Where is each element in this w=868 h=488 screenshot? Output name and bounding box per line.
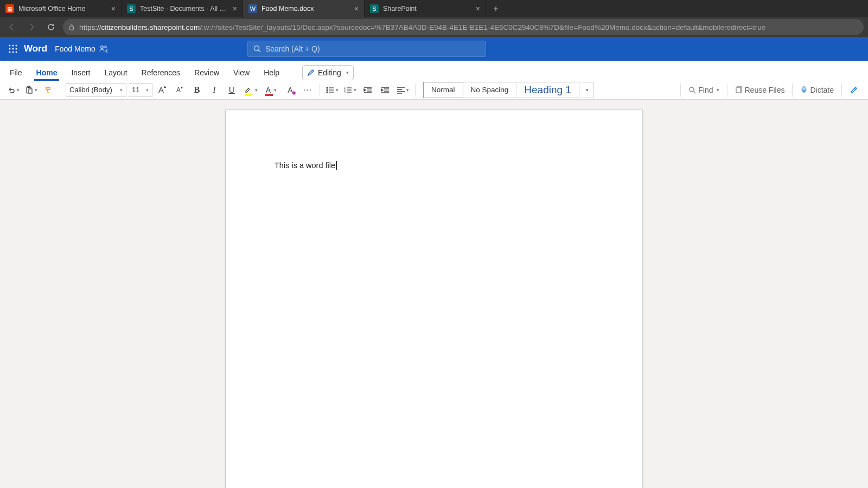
tab-help[interactable]: Help [261, 65, 282, 80]
tab-view[interactable]: View [231, 65, 252, 80]
tab-file[interactable]: File [8, 65, 24, 80]
more-font-button[interactable]: ··· [300, 82, 315, 98]
styles-gallery: Normal No Spacing Heading 1 [423, 82, 579, 98]
reuse-files-button[interactable]: Reuse Files [731, 82, 789, 98]
svg-rect-23 [736, 87, 741, 93]
share-dropdown-icon[interactable] [99, 44, 110, 53]
separator [320, 84, 320, 97]
document-page[interactable]: This is a word file [225, 110, 643, 488]
undo-button[interactable]: ▾ [5, 82, 21, 98]
separator [727, 84, 727, 97]
style-no-spacing[interactable]: No Spacing [463, 82, 517, 98]
bold-button[interactable]: B [189, 82, 205, 98]
svg-point-3 [16, 45, 17, 47]
font-name-value: Calibri (Body) [69, 86, 112, 94]
decrease-indent-button[interactable] [360, 82, 375, 98]
find-button[interactable]: Find ▾ [684, 82, 723, 98]
highlight-button[interactable]: ▾ [241, 82, 260, 98]
svg-rect-0 [70, 27, 74, 30]
search-box[interactable]: Search (Alt + Q) [247, 41, 486, 57]
forward-button[interactable] [24, 20, 39, 35]
browser-tabs: ▦ Microsoft Office Home × S TestSite - D… [0, 0, 486, 17]
font-name-select[interactable]: Calibri (Body) ▾ [66, 83, 126, 97]
paste-button[interactable]: ▾ [23, 82, 39, 98]
search-placeholder: Search (Alt + Q) [265, 44, 320, 53]
style-heading1[interactable]: Heading 1 [516, 82, 579, 98]
svg-rect-24 [803, 87, 805, 91]
reuse-label: Reuse Files [745, 86, 785, 94]
sharepoint-favicon: S [127, 4, 136, 13]
svg-point-1 [9, 45, 11, 47]
dictate-button[interactable]: Dictate [796, 82, 838, 98]
shrink-font-button[interactable]: A▾ [172, 82, 187, 98]
format-painter-button[interactable] [41, 82, 56, 98]
office-favicon: ▦ [5, 4, 14, 13]
app-name: Word [24, 43, 47, 54]
word-header: Word Food Memo Search (Alt + Q) [0, 37, 868, 61]
font-color-button[interactable]: A ▾ [262, 82, 280, 98]
increase-indent-button[interactable] [378, 82, 393, 98]
underline-button[interactable]: U [224, 82, 239, 98]
tab-label: TestSite - Documents - All Docu… [140, 5, 229, 12]
svg-point-9 [16, 52, 17, 53]
font-size-value: 11 [132, 86, 139, 94]
editor-pen-button[interactable] [845, 82, 863, 98]
lock-icon [68, 24, 75, 30]
italic-button[interactable]: I [207, 82, 222, 98]
tab-insert[interactable]: Insert [69, 65, 92, 80]
grow-font-button[interactable]: A▴ [155, 82, 170, 98]
browser-tab-foodmemo[interactable]: W Food Memo.docx × [243, 0, 365, 17]
bullets-button[interactable]: ▾ [324, 82, 340, 98]
close-icon[interactable]: × [111, 4, 116, 13]
separator [680, 84, 681, 97]
close-icon[interactable]: × [476, 4, 480, 13]
styles-dropdown[interactable]: ▾ [582, 82, 593, 98]
svg-point-11 [105, 46, 106, 48]
tab-references[interactable]: References [139, 65, 183, 80]
browser-address-bar: https://citizenbuilders.sharepoint.com/:… [0, 17, 868, 37]
svg-point-4 [9, 48, 11, 50]
refresh-button[interactable] [43, 20, 59, 35]
style-normal[interactable]: Normal [423, 82, 463, 98]
browser-tab-strip: ▦ Microsoft Office Home × S TestSite - D… [0, 0, 868, 17]
dictate-label: Dictate [810, 86, 834, 94]
separator [415, 84, 416, 97]
new-tab-button[interactable]: ＋ [486, 0, 506, 17]
font-size-select[interactable]: 11 ▾ [129, 83, 152, 97]
document-name[interactable]: Food Memo [55, 44, 95, 53]
ribbon-tabs: File Home Insert Layout References Revie… [0, 61, 868, 80]
editing-mode-button[interactable]: Editing ▾ [302, 65, 354, 80]
text-cursor [336, 161, 337, 170]
right-tools: Find ▾ Reuse Files Dictate [678, 82, 863, 98]
browser-tab-sharepoint[interactable]: S SharePoint × [365, 0, 486, 17]
tab-home[interactable]: Home [34, 65, 60, 80]
clear-formatting-button[interactable]: A◆ [283, 82, 298, 98]
numbering-button[interactable]: 123 ▾ [342, 82, 358, 98]
tab-layout[interactable]: Layout [102, 65, 129, 80]
document-canvas[interactable]: This is a word file [0, 100, 868, 488]
separator [61, 84, 61, 97]
separator [841, 84, 842, 97]
align-button[interactable]: ▾ [395, 82, 411, 98]
browser-tab-office[interactable]: ▦ Microsoft Office Home × [0, 0, 122, 17]
svg-point-12 [254, 46, 259, 51]
search-icon [253, 45, 261, 53]
url-field[interactable]: https://citizenbuilders.sharepoint.com/:… [63, 19, 864, 35]
document-body-text[interactable]: This is a word file [275, 161, 335, 170]
close-icon[interactable]: × [233, 4, 237, 13]
tab-label: SharePoint [383, 5, 473, 12]
svg-point-7 [9, 52, 11, 53]
svg-rect-15 [29, 89, 32, 93]
svg-point-5 [12, 48, 14, 50]
separator [792, 84, 793, 97]
svg-point-22 [690, 87, 694, 92]
app-launcher-icon[interactable] [5, 41, 21, 56]
back-button[interactable] [4, 20, 20, 35]
ribbon-toolbar: ▾ ▾ Calibri (Body) ▾ 11 ▾ A▴ A▾ B I U ▾ … [0, 80, 868, 100]
sharepoint-favicon: S [370, 4, 379, 13]
find-label: Find [698, 86, 713, 94]
tab-review[interactable]: Review [192, 65, 221, 80]
browser-tab-testsite[interactable]: S TestSite - Documents - All Docu… × [122, 0, 243, 17]
close-icon[interactable]: × [354, 4, 359, 13]
chevron-down-icon: ▾ [346, 70, 349, 75]
